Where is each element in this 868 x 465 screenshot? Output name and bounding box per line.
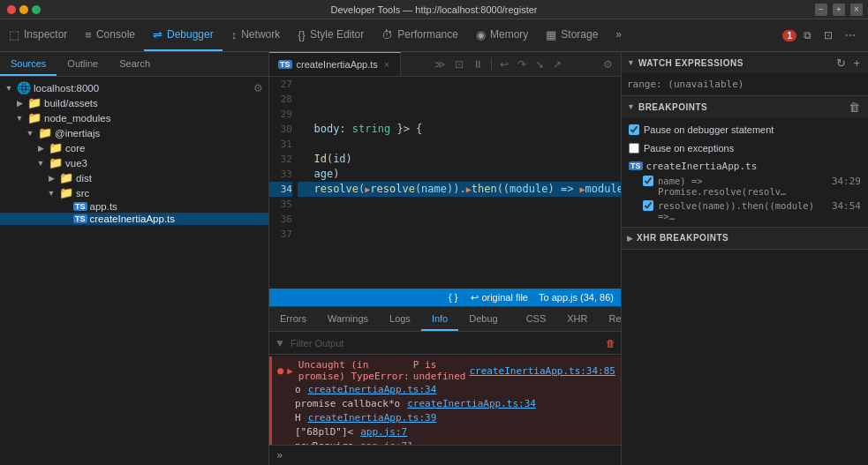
split-console-button[interactable]: ⊡: [819, 26, 838, 45]
stack-file-0[interactable]: createInertiaApp.ts:34: [308, 384, 437, 395]
tree-item-inertiajs[interactable]: ▼ 📁 @inertiajs: [0, 125, 268, 140]
error-header: ● ▶ Uncaught (in promise) TypeError: P i…: [277, 359, 615, 382]
close-button[interactable]: ×: [850, 4, 863, 16]
original-file-link[interactable]: ↩ original file: [471, 292, 528, 304]
code-token: body: [313, 123, 339, 135]
console-tab-warnings[interactable]: Warnings: [317, 307, 379, 331]
watch-refresh-button[interactable]: ↻: [834, 56, 849, 70]
breakpoints-section-header[interactable]: ▼ Breakpoints 🗑: [622, 96, 868, 117]
console-tab-errors[interactable]: Errors: [269, 307, 317, 331]
editor-tab-close-button[interactable]: ×: [382, 60, 391, 70]
minimize-button[interactable]: −: [815, 4, 827, 16]
tree-item-build[interactable]: ▶ 📁 build/assets: [0, 95, 268, 110]
pretty-print-button[interactable]: { }: [449, 292, 460, 303]
stack-file-2[interactable]: createInertiaApp.ts:39: [308, 412, 437, 424]
console-tab-requests[interactable]: Requests: [599, 307, 621, 331]
bp-pause-exceptions-checkbox[interactable]: [629, 143, 639, 154]
split-view-button[interactable]: ⊡: [452, 56, 466, 72]
code-token: id: [333, 153, 345, 165]
toolbar-item-inspector[interactable]: ⬚ Inspector: [0, 19, 76, 51]
bp-pause-exceptions: Pause on exceptions: [627, 139, 863, 158]
delete-all-breakpoints-button[interactable]: 🗑: [846, 101, 863, 114]
pause-button[interactable]: ⏸: [470, 56, 486, 72]
watch-section-header[interactable]: ▼ Watch expressions ↻ +: [622, 52, 868, 73]
storage-label: Storage: [561, 28, 598, 41]
toolbar-item-debugger[interactable]: ⇌ Debugger: [144, 19, 223, 51]
tree-item-app-ts[interactable]: TS app.ts: [0, 200, 268, 213]
filter-input[interactable]: [291, 338, 600, 349]
toolbar-item-more[interactable]: »: [607, 19, 630, 51]
stack-line-1: promise callback*o createInertiaApp.ts:3…: [295, 396, 615, 410]
console-input[interactable]: [288, 449, 614, 461]
bp-detail-0-checkbox[interactable]: [643, 176, 653, 186]
separator: [491, 58, 492, 71]
console-tab-info[interactable]: Info: [421, 307, 458, 331]
watch-add-button[interactable]: +: [850, 56, 863, 70]
editor-tab-create-inertia[interactable]: TS createInertiaApp.ts ×: [269, 52, 401, 76]
trash-icon[interactable]: 🗑: [606, 338, 615, 349]
line-num-28: 28: [269, 92, 292, 107]
code-token: resolve: [313, 183, 359, 195]
toolbar-item-memory[interactable]: ◉ Memory: [467, 19, 537, 51]
debug-tab-label: Debug: [469, 313, 497, 324]
xhr-section-header[interactable]: ▶ XHR Breakpoints: [622, 228, 868, 249]
globe-icon-root: 🌐: [17, 81, 31, 94]
tree-label-core: core: [65, 143, 268, 154]
bp-detail-1-checkbox[interactable]: [643, 200, 653, 211]
editor-settings-button[interactable]: ⚙: [600, 56, 615, 72]
toolbar-item-network[interactable]: ↕ Network: [223, 19, 290, 51]
code-line-28: [298, 92, 621, 107]
settings-button[interactable]: ⋯: [840, 26, 861, 45]
toolbar-item-storage[interactable]: ▦ Storage: [537, 19, 607, 51]
stack-file-3[interactable]: app.js:7: [360, 426, 407, 438]
tree-item-create-inertia[interactable]: TS createInertiaApp.ts: [0, 213, 268, 225]
toolbar-right: 1 ⧉ ⊡ ⋯: [782, 19, 868, 51]
sidebar-tab-search[interactable]: Search: [109, 52, 161, 76]
toolbar-item-console[interactable]: ≡ Console: [76, 19, 144, 51]
tree-item-core[interactable]: ▶ 📁 core: [0, 140, 268, 155]
step-over-button[interactable]: ↷: [515, 56, 529, 72]
console-tab-logs[interactable]: Logs: [379, 307, 421, 331]
xhr-section-title: XHR Breakpoints: [637, 233, 863, 243]
code-token: ((: [497, 183, 509, 195]
toolbar-item-performance[interactable]: ⏱ Performance: [373, 19, 467, 51]
code-token: module: [509, 183, 547, 195]
stack-file-1[interactable]: createInertiaApp.ts:34: [407, 398, 536, 409]
toolbar-item-style-editor[interactable]: {} Style Editor: [289, 19, 373, 51]
step-back-button[interactable]: ↩: [497, 56, 511, 72]
tree-item-root[interactable]: ▼ 🌐 localhost:8000 ⚙: [0, 80, 268, 95]
console-tab-debug[interactable]: Debug: [458, 307, 508, 331]
breakpoints-section: ▼ Breakpoints 🗑 Pause on debugger statem…: [622, 96, 868, 228]
sidebar-tab-outline[interactable]: Outline: [57, 52, 109, 76]
step-in-button[interactable]: ↘: [532, 56, 547, 72]
console-prompt: »: [276, 449, 283, 461]
bp-pause-debugger-checkbox[interactable]: [629, 124, 639, 135]
responsive-design-button[interactable]: ⧉: [798, 26, 817, 45]
error-file-link[interactable]: createInertiaApp.ts:34:85: [469, 365, 615, 377]
tree-item-dist[interactable]: ▶ 📁 dist: [0, 170, 268, 185]
close-dot: [7, 5, 16, 14]
breakpoints-arrow-icon: ▼: [627, 102, 635, 111]
console-label: Console: [96, 28, 135, 41]
tree-item-src[interactable]: ▼ 📁 src: [0, 185, 268, 200]
file-sidebar: Sources Outline Search ▼ 🌐 localhost:800…: [0, 52, 269, 465]
watch-section: ▼ Watch expressions ↻ + range: (unavaila…: [622, 52, 868, 96]
tree-label-vue3: vue3: [65, 158, 268, 169]
tree-item-vue3[interactable]: ▼ 📁 vue3: [0, 155, 268, 170]
editor-tab-toolbar: ≫ ⊡ ⏸ ↩ ↷ ↘ ↗: [426, 52, 570, 76]
error-expand-arrow[interactable]: ▶: [287, 365, 293, 377]
settings-icon-root[interactable]: ⚙: [253, 82, 268, 94]
console-tab-css[interactable]: CSS: [516, 307, 557, 331]
xhr-arrow-icon: ▶: [627, 234, 633, 243]
maximize-button[interactable]: +: [833, 4, 845, 16]
tree-item-node-modules[interactable]: ▼ 📁 node_modules: [0, 110, 268, 125]
editor-position-info: To app.js (34, 86): [539, 292, 614, 303]
bp-detail-1: resolve(name)).then((module) =>… 34:54: [627, 199, 863, 223]
console-tab-xhr[interactable]: XHR: [556, 307, 598, 331]
step-out-button[interactable]: ↗: [550, 56, 564, 72]
tab-more-button[interactable]: ≫: [432, 56, 449, 72]
code-editor[interactable]: 27 28 29 30 31 32 33 34 35 36 37 b: [269, 77, 621, 289]
style-editor-icon: {}: [298, 28, 306, 41]
sidebar-tab-sources[interactable]: Sources: [0, 52, 57, 76]
debugger-icon: ⇌: [153, 28, 162, 41]
